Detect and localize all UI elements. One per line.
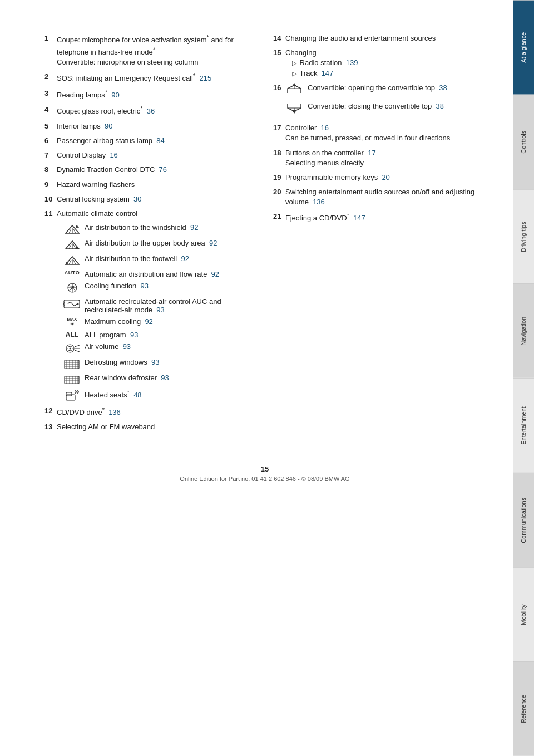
item-number: 5 bbox=[44, 121, 57, 131]
page-link[interactable]: 93 bbox=[130, 331, 138, 339]
page-link[interactable]: 136 bbox=[108, 408, 121, 416]
item-content: Coupe: glass roof, electric* 36 bbox=[57, 105, 256, 117]
page-link[interactable]: 93 bbox=[140, 282, 148, 290]
climate-item: MAX☀ Maximum cooling 92 bbox=[57, 317, 256, 327]
page-link[interactable]: 93 bbox=[156, 306, 164, 314]
item-number: 2 bbox=[44, 72, 57, 84]
page-link[interactable]: 147 bbox=[322, 69, 334, 77]
list-item: 15 Changing ▷ Radio station 139 ▷ Track … bbox=[273, 48, 485, 78]
climate-item-text: Cooling function 93 bbox=[82, 282, 256, 290]
page-link[interactable]: 93 bbox=[151, 358, 159, 366]
sidebar-tab-communications[interactable]: Communications bbox=[513, 473, 534, 567]
page-link[interactable]: 48 bbox=[134, 391, 141, 399]
climate-item-text: Air volume 93 bbox=[82, 342, 256, 351]
climate-item: Automatic recirculated-air control AUC a… bbox=[57, 297, 256, 314]
page-link[interactable]: 93 bbox=[161, 374, 169, 382]
page-link[interactable]: 147 bbox=[353, 214, 365, 223]
svg-marker-22 bbox=[77, 302, 79, 306]
page-link[interactable]: 92 bbox=[190, 223, 198, 232]
page-link[interactable]: 90 bbox=[111, 91, 119, 99]
list-item: 18 Buttons on the controller 17 Selectin… bbox=[273, 148, 485, 168]
page-link[interactable]: 38 bbox=[436, 102, 444, 110]
climate-item: Heated seats* 48 bbox=[57, 389, 256, 401]
sidebar: At a glance Controls Driving tips Naviga… bbox=[513, 0, 534, 756]
list-item: 16 Convertible: openin bbox=[273, 83, 485, 116]
page-link[interactable]: 20 bbox=[382, 173, 389, 181]
climate-item-text: Automatic recirculated-air control AUC a… bbox=[82, 297, 256, 314]
item-number: 18 bbox=[273, 148, 285, 168]
item-number: 17 bbox=[273, 123, 285, 143]
sidebar-tab-navigation[interactable]: Navigation bbox=[513, 283, 534, 378]
item-content: Selecting AM or FM waveband bbox=[57, 422, 256, 432]
item-content: Convertible: opening the convertible top… bbox=[285, 83, 485, 116]
item-content: Automatic climate control bbox=[57, 209, 256, 219]
list-item: 8 Dynamic Traction Control DTC 76 bbox=[44, 165, 256, 175]
left-column: 1 Coupe: microphone for voice activation… bbox=[44, 33, 256, 436]
climate-item: Air distribution to the windshield 92 bbox=[57, 223, 256, 235]
page-link[interactable]: 76 bbox=[159, 165, 167, 174]
item-content: Coupe: microphone for voice activation s… bbox=[57, 33, 256, 67]
climate-item: Air distribution to the upper body area … bbox=[57, 239, 256, 251]
item-number: 9 bbox=[44, 180, 57, 190]
upper-body-icon bbox=[62, 239, 82, 251]
convertible-open-icon bbox=[285, 83, 303, 98]
auto-icon: AUTO bbox=[62, 270, 82, 276]
item-number: 13 bbox=[44, 422, 57, 432]
item-number: 15 bbox=[273, 48, 285, 78]
page-number: 15 bbox=[44, 465, 485, 473]
climate-item-text: Heated seats* 48 bbox=[82, 389, 256, 399]
page-link[interactable]: 93 bbox=[123, 342, 131, 351]
sidebar-tab-driving-tips[interactable]: Driving tips bbox=[513, 189, 534, 284]
list-item: 11 Automatic climate control bbox=[44, 209, 256, 219]
page-link[interactable]: 84 bbox=[156, 136, 164, 145]
sidebar-tab-at-a-glance[interactable]: At a glance bbox=[513, 0, 534, 95]
page-link[interactable]: 215 bbox=[199, 75, 211, 83]
item-number: 11 bbox=[44, 209, 57, 219]
item-number: 3 bbox=[44, 89, 57, 101]
page-link[interactable]: 30 bbox=[134, 195, 141, 203]
list-item: 3 Reading lamps* 90 bbox=[44, 89, 256, 101]
page-link[interactable]: 92 bbox=[209, 239, 217, 247]
cooling-icon bbox=[62, 282, 82, 294]
sidebar-tab-entertainment[interactable]: Entertainment bbox=[513, 378, 534, 473]
page-link[interactable]: 139 bbox=[346, 58, 358, 67]
item-content: CD/DVD drive* 136 bbox=[57, 406, 256, 418]
item-content: Changing the audio and entertainment sou… bbox=[285, 33, 485, 43]
sidebar-tab-reference[interactable]: Reference bbox=[513, 661, 534, 756]
item-number: 4 bbox=[44, 105, 57, 117]
list-item: 9 Hazard warning flashers bbox=[44, 180, 256, 190]
page-link[interactable]: 38 bbox=[439, 84, 447, 92]
item-content: Ejecting a CD/DVD* 147 bbox=[285, 212, 485, 224]
item-text: Convertible: closing the convertible top… bbox=[308, 101, 444, 111]
list-item: 17 Controller 16 Can be turned, pressed,… bbox=[273, 123, 485, 143]
climate-item: Air distribution to the footwell 92 bbox=[57, 254, 256, 267]
page-link[interactable]: 92 bbox=[211, 270, 219, 278]
climate-item-text: Defrosting windows 93 bbox=[82, 358, 256, 366]
page-footer: 15 Online Edition for Part no. 01 41 2 6… bbox=[44, 459, 485, 482]
page-link[interactable]: 17 bbox=[368, 149, 375, 157]
page-link[interactable]: 36 bbox=[147, 107, 155, 116]
climate-item: ALL ALL program 93 bbox=[57, 331, 256, 339]
page-link[interactable]: 136 bbox=[313, 198, 325, 206]
page-link[interactable]: 16 bbox=[321, 124, 329, 132]
page-link[interactable]: 92 bbox=[145, 317, 152, 326]
defrost-rear-icon bbox=[62, 374, 82, 386]
list-item: 2 SOS: initiating an Emergency Request c… bbox=[44, 72, 256, 84]
page-link[interactable]: 92 bbox=[181, 254, 189, 263]
convertible-close-icon bbox=[285, 101, 303, 116]
list-item: 19 Programmable memory keys 20 bbox=[273, 173, 485, 183]
page-link[interactable]: 90 bbox=[105, 122, 112, 130]
item-content: Control Display 16 bbox=[57, 150, 256, 160]
item-number: 12 bbox=[44, 406, 57, 418]
right-column: 14 Changing the audio and entertainment … bbox=[273, 33, 485, 436]
item-number: 6 bbox=[44, 136, 57, 146]
sidebar-tab-mobility[interactable]: Mobility bbox=[513, 567, 534, 662]
sidebar-tab-controls[interactable]: Controls bbox=[513, 95, 534, 189]
climate-item: Air volume 93 bbox=[57, 342, 256, 355]
list-item: 6 Passenger airbag status lamp 84 bbox=[44, 136, 256, 146]
defrost-front-icon bbox=[62, 358, 82, 370]
climate-item-text: ALL program 93 bbox=[82, 331, 256, 339]
page-link[interactable]: 16 bbox=[110, 151, 117, 159]
heated-seats-icon bbox=[62, 389, 82, 401]
item-number: 7 bbox=[44, 150, 57, 160]
